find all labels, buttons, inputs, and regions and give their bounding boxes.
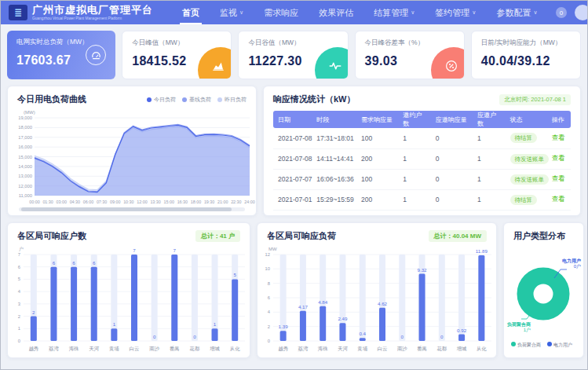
- cell-period: 15:29~15:59: [312, 189, 356, 210]
- svg-text:天河: 天河: [89, 346, 99, 352]
- district-load-total-badge: 总计：40.04 MW: [429, 230, 487, 242]
- svg-text:白云: 白云: [378, 346, 388, 351]
- status-badge: 待发送账单: [510, 154, 550, 164]
- svg-text:6: 6: [53, 260, 56, 266]
- svg-text:5: 5: [233, 272, 236, 277]
- column-header: 邀约户数: [398, 111, 431, 128]
- gauge-icon: [86, 45, 106, 65]
- nav-item-home[interactable]: 首页: [172, 1, 210, 24]
- nav-item-params[interactable]: 参数配置∨: [486, 1, 547, 24]
- svg-text:5: 5: [18, 277, 20, 281]
- svg-text:6: 6: [72, 260, 75, 266]
- svg-text:00:00: 00:00: [29, 200, 40, 204]
- kpi-card-3: 今日峰谷差率（%）39.03: [355, 31, 465, 79]
- legend-dot-icon: [217, 97, 222, 102]
- svg-text:番禺: 番禺: [170, 346, 180, 352]
- cell-date: 2021-07-01: [273, 189, 312, 210]
- chart-zoom-scrollbar[interactable]: [19, 207, 245, 211]
- load-curve-legend: 今日负荷基线负荷昨日负荷: [147, 96, 247, 104]
- bottom-row: 各区局可响应户数 总计：41 户 户012345672越秀6荔湾6海珠6天河1黄…: [7, 222, 581, 358]
- cell-accepted_users: 1: [473, 169, 506, 189]
- view-link[interactable]: 查看: [552, 174, 565, 182]
- svg-text:南沙: 南沙: [149, 346, 159, 352]
- svg-text:1: 1: [18, 326, 20, 331]
- cell-accepted: 0: [431, 148, 473, 169]
- cell-accepted_users: 1: [473, 148, 506, 169]
- column-header: 操作: [547, 111, 571, 128]
- user-avatar[interactable]: [575, 5, 588, 20]
- chevron-down-icon: ∨: [239, 9, 243, 16]
- chevron-down-icon: ∨: [411, 9, 415, 16]
- table-row: 2021-07-0115:29~15:59200101待结算查看: [273, 189, 571, 210]
- svg-text:4.62: 4.62: [378, 301, 388, 306]
- svg-text:4.84: 4.84: [318, 299, 328, 305]
- svg-text:6: 6: [268, 295, 270, 300]
- chart-zoom-thumb[interactable]: [21, 207, 232, 211]
- svg-text:增城: 增城: [209, 346, 220, 352]
- top-navbar: ≣ 广州市虚拟电厂管理平台 Guangzhou Virtual Power Pl…: [1, 1, 587, 24]
- svg-text:03:00: 03:00: [57, 200, 68, 204]
- middle-row: 今日用电负荷曲线 今日负荷基线负荷昨日负荷 (MW)11,00012,00013…: [7, 86, 581, 216]
- svg-text:19:30: 19:30: [204, 200, 215, 204]
- cell-invited: 1: [398, 148, 431, 169]
- cell-invited: 1: [398, 169, 431, 189]
- svg-text:4: 4: [18, 289, 21, 294]
- svg-text:09:00: 09:00: [110, 200, 121, 204]
- legend-item-0[interactable]: 今日负荷: [147, 96, 176, 104]
- table-row: 2021-07-0814:11~14:41200101待发送账单查看: [273, 148, 571, 169]
- district-users-chart: 户012345672越秀6荔湾6海珠6天河1黄埔7白云0南沙7番禺0花都1增城5…: [8, 244, 250, 355]
- svg-text:18,000: 18,000: [18, 125, 32, 130]
- svg-text:花都: 花都: [436, 346, 447, 352]
- cell-accepted: 0: [431, 128, 473, 148]
- status-badge: 待结算: [510, 133, 538, 143]
- nav-item-settlement[interactable]: 结算管理∨: [363, 1, 425, 24]
- main-nav: 首页监视∨需求响应效果评估结算管理∨签约管理∨参数配置∨: [172, 1, 548, 24]
- svg-text:11.89: 11.89: [476, 248, 488, 254]
- svg-text:白云: 白云: [130, 346, 140, 351]
- svg-text:13:30: 13:30: [150, 200, 161, 204]
- beijing-time-label: 北京时间: 2021-07-08 1: [499, 94, 571, 105]
- percent-gauge-icon: [431, 47, 465, 79]
- kpi-row: 电网实时总负荷（MW）17603.67今日峰值（MW）18415.52今日谷值（…: [7, 31, 581, 79]
- cell-demand: 200: [356, 189, 398, 210]
- svg-text:01:30: 01:30: [42, 200, 53, 204]
- svg-text:户: 户: [19, 246, 24, 251]
- table-row: 2021-07-0716:06~16:36100101待发送账单查看: [273, 169, 571, 189]
- legend-item-2[interactable]: 昨日负荷: [217, 96, 247, 104]
- cell-demand: 200: [356, 148, 398, 169]
- svg-text:黄埔: 黄埔: [357, 346, 367, 352]
- brand: 广州市虚拟电厂管理平台 Guangzhou Virtual Power Plan…: [32, 5, 153, 20]
- nav-item-contract[interactable]: 签约管理∨: [425, 1, 486, 24]
- svg-text:越秀: 越秀: [278, 346, 288, 352]
- nav-item-effect-eval[interactable]: 效果评估: [309, 1, 363, 24]
- nav-item-demand-response[interactable]: 需求响应: [254, 1, 309, 24]
- svg-text:电力用户: 电力用户: [553, 342, 572, 348]
- svg-text:负荷聚合商: 负荷聚合商: [506, 321, 531, 328]
- district-users-panel: 各区局可响应户数 总计：41 户 户012345672越秀6荔湾6海珠6天河1黄…: [7, 222, 250, 358]
- svg-text:1户: 1户: [524, 327, 531, 332]
- load-curve-panel: 今日用电负荷曲线 今日负荷基线负荷昨日负荷 (MW)11,00012,00013…: [7, 86, 257, 216]
- dashboard-main: 电网实时总负荷（MW）17603.67今日峰值（MW）18415.52今日谷值（…: [1, 24, 587, 365]
- svg-text:16:30: 16:30: [177, 200, 188, 204]
- svg-text:0: 0: [440, 334, 444, 339]
- view-link[interactable]: 查看: [552, 195, 565, 203]
- svg-text:15:00: 15:00: [164, 200, 175, 204]
- view-link[interactable]: 查看: [552, 134, 565, 141]
- view-link[interactable]: 查看: [552, 154, 565, 162]
- svg-text:04:30: 04:30: [70, 200, 81, 204]
- svg-text:2.49: 2.49: [338, 316, 348, 321]
- notification-badge[interactable]: 0: [556, 7, 567, 18]
- svg-text:22:30: 22:30: [231, 200, 242, 204]
- svg-text:16,000: 16,000: [18, 145, 32, 149]
- legend-label: 今日负荷: [154, 96, 176, 104]
- district-load-title: 各区局可响应负荷: [267, 230, 336, 242]
- nav-item-monitor[interactable]: 监视∨: [210, 1, 254, 24]
- legend-item-1[interactable]: 基线负荷: [182, 96, 211, 104]
- svg-text:3: 3: [18, 302, 20, 306]
- svg-text:荔湾: 荔湾: [298, 346, 309, 352]
- legend-label: 基线负荷: [189, 96, 211, 104]
- cell-demand: 100: [356, 169, 398, 189]
- cell-accepted: 0: [431, 189, 473, 210]
- response-stats-panel: 响应情况统计（kW） 北京时间: 2021-07-08 1 日期时段需求响应量邀…: [263, 86, 581, 216]
- district-load-chart: MW0246810121.39越秀4.17荔湾4.84海珠2.49天河0.4黄埔…: [257, 244, 496, 355]
